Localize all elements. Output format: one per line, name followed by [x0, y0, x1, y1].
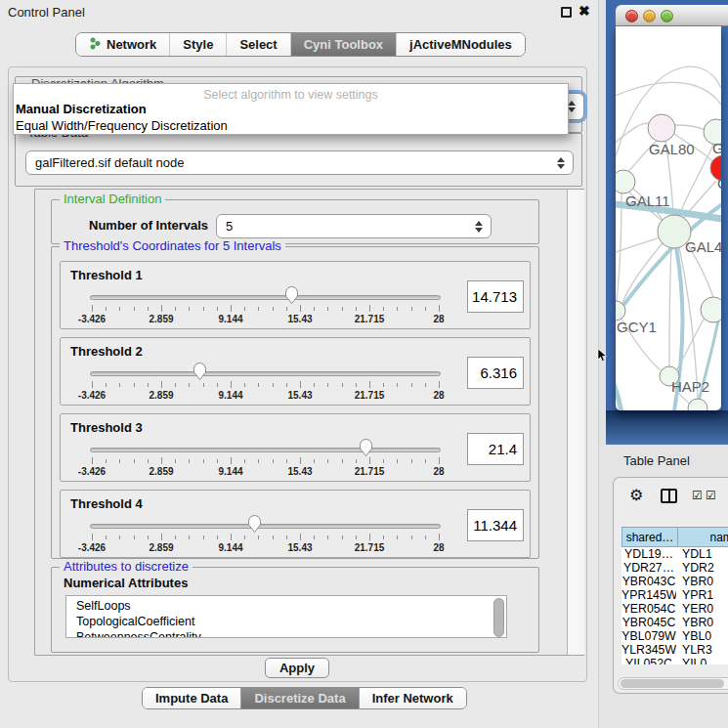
tab-impute-data[interactable]: Impute Data	[143, 688, 241, 708]
threshold-panel-2: Threshold 2-3.4262.8599.14415.4321.71528…	[60, 337, 531, 406]
cell-name: YIL0	[676, 657, 728, 664]
table-row[interactable]: YIL052CYIL0	[621, 657, 728, 664]
node-label: GAL11	[625, 193, 670, 209]
numerical-attributes-label: Numerical Attributes	[64, 576, 188, 590]
horizontal-scrollbar-thumb[interactable]	[621, 679, 724, 688]
slider-tick	[92, 305, 93, 312]
column-header-name[interactable]: name	[678, 527, 728, 547]
slider-tick	[92, 381, 93, 388]
tick-label: 15.43	[287, 314, 312, 324]
network-node[interactable]	[688, 399, 707, 410]
attribute-item-topologicalcoefficient[interactable]: TopologicalCoefficient	[66, 614, 506, 629]
tab-infer-network[interactable]: Infer Network	[360, 688, 466, 708]
network-edge[interactable]	[669, 248, 671, 366]
node-label: C	[717, 175, 721, 192]
tick-label: 21.715	[355, 466, 385, 477]
algorithm-option-equal-width-frequency-discretization[interactable]: Equal Width/Frequency Discretization	[14, 118, 568, 135]
table-row[interactable]: YDR27…YDR2	[621, 561, 728, 575]
threshold-value-field[interactable]: 6.316	[467, 357, 524, 389]
table-row[interactable]: YDL19…YDL1	[621, 547, 728, 561]
node-label: GAL4	[685, 238, 721, 255]
network-window-titlebar[interactable]	[616, 5, 728, 26]
network-edge[interactable]	[616, 82, 721, 107]
attribute-item-selfloops[interactable]: SelfLoops	[66, 598, 506, 614]
table-panel-title: Table Panel	[623, 453, 690, 468]
table-row[interactable]: YLR345WYLR3	[621, 643, 728, 657]
table-data-combobox[interactable]: galFiltered.sif default node	[25, 150, 574, 175]
threshold-value-field[interactable]: 11.344	[467, 509, 524, 541]
slider-tick	[134, 459, 135, 463]
slider-tick	[356, 307, 357, 311]
network-node-h[interactable]	[701, 297, 721, 322]
thresholds-group: Threshold's Coordinates for 5 Intervals …	[51, 246, 539, 559]
close-traffic-light-icon[interactable]	[625, 10, 638, 22]
numerical-attributes-list[interactable]: SelfLoopsTopologicalCoefficientBetweenne…	[65, 595, 507, 638]
split-columns-icon[interactable]	[661, 489, 677, 503]
tab-discretize-data[interactable]: Discretize Data	[241, 688, 359, 708]
slider-track[interactable]	[90, 371, 441, 376]
slider-thumb[interactable]	[247, 514, 262, 534]
slider-thumb[interactable]	[359, 438, 373, 457]
gear-icon[interactable]: ⚙	[629, 486, 643, 504]
tick-label: 9.144	[218, 542, 242, 553]
slider-track[interactable]	[90, 448, 441, 452]
close-icon[interactable]: ✖	[578, 3, 590, 19]
slider-tick	[439, 457, 440, 464]
attribute-item-betweennesscentrality[interactable]: BetweennessCentrality	[66, 629, 506, 638]
threshold-label: Threshold 4	[70, 496, 143, 511]
threshold-panel-4: Threshold 4-3.4262.8599.14415.4321.71528…	[60, 490, 531, 558]
slider-tick	[369, 381, 370, 388]
apply-button[interactable]: Apply	[265, 658, 329, 678]
cell-shared-name: YDL19…	[621, 547, 676, 561]
tab-network[interactable]: Network	[76, 33, 170, 56]
slider-tick	[92, 534, 93, 540]
checkbox-icon[interactable]: ☑	[706, 489, 716, 502]
number-of-intervals-combobox[interactable]: 5	[216, 214, 492, 238]
number-of-intervals-label: Number of Intervals	[89, 218, 208, 233]
table-row[interactable]: YBR045CYBR0	[621, 616, 728, 629]
threshold-value-field[interactable]: 21.4	[467, 433, 524, 465]
table-row[interactable]: YBR043CYBR0	[621, 575, 728, 588]
interval-definition-title: Interval Definition	[60, 192, 165, 206]
network-edge[interactable]	[675, 125, 705, 130]
network-edge[interactable]	[616, 237, 660, 254]
slider-track[interactable]	[90, 295, 441, 300]
column-header-shared-[interactable]: shared…	[621, 527, 678, 547]
list-scrollbar-thumb[interactable]	[493, 598, 504, 637]
cell-shared-name: YBL079W	[621, 629, 676, 643]
table-row[interactable]: YER054CYER0	[621, 602, 728, 616]
table-row[interactable]: YBL079WYBL0	[621, 629, 728, 643]
network-edge[interactable]	[616, 123, 651, 147]
network-edge-highlighted[interactable]	[696, 316, 719, 410]
tab-cyni-toolbox[interactable]: Cyni Toolbox	[291, 33, 397, 56]
network-node-gal11[interactable]	[616, 170, 635, 193]
network-canvas[interactable]: GAL80GACGAL11GAL4GCY1HHAP2	[616, 26, 721, 410]
checkbox-icon[interactable]: ☑	[692, 489, 703, 502]
minimize-traffic-light-icon[interactable]	[643, 10, 656, 22]
network-node-gal80[interactable]	[648, 114, 675, 142]
table-row[interactable]: YPR145WYPR1	[621, 588, 728, 602]
network-edge-highlighted[interactable]	[616, 349, 621, 410]
tab-select[interactable]: Select	[227, 33, 290, 56]
control-panel: Control Panel ✖ NetworkStyleSelectCyni T…	[0, 0, 598, 728]
network-edge[interactable]	[622, 243, 663, 303]
network-graph[interactable]: GAL80GACGAL11GAL4GCY1HHAP2	[616, 26, 721, 410]
network-edge[interactable]	[617, 193, 621, 301]
algorithm-option-manual-discretization[interactable]: Manual Discretization	[14, 102, 568, 118]
threshold-value-field[interactable]: 14.713	[467, 280, 524, 313]
slider-tick	[175, 459, 176, 463]
horizontal-scrollbar-track[interactable]	[618, 677, 728, 690]
slider-thumb[interactable]	[284, 285, 299, 305]
cell-name: YBR0	[676, 616, 728, 629]
slider-thumb[interactable]	[193, 362, 207, 381]
slider-tick	[258, 459, 259, 463]
tab-style[interactable]: Style	[170, 33, 227, 56]
slider-tick	[189, 307, 190, 311]
zoom-traffic-light-icon[interactable]	[661, 10, 673, 22]
slider-tick	[273, 307, 274, 311]
float-window-icon[interactable]	[561, 7, 572, 18]
viewport-scrollbar-track[interactable]	[567, 190, 584, 655]
tab-jactivemnodules[interactable]: jActiveMNodules	[397, 33, 525, 56]
slider-tick	[286, 383, 287, 387]
slider-track[interactable]	[90, 524, 441, 529]
